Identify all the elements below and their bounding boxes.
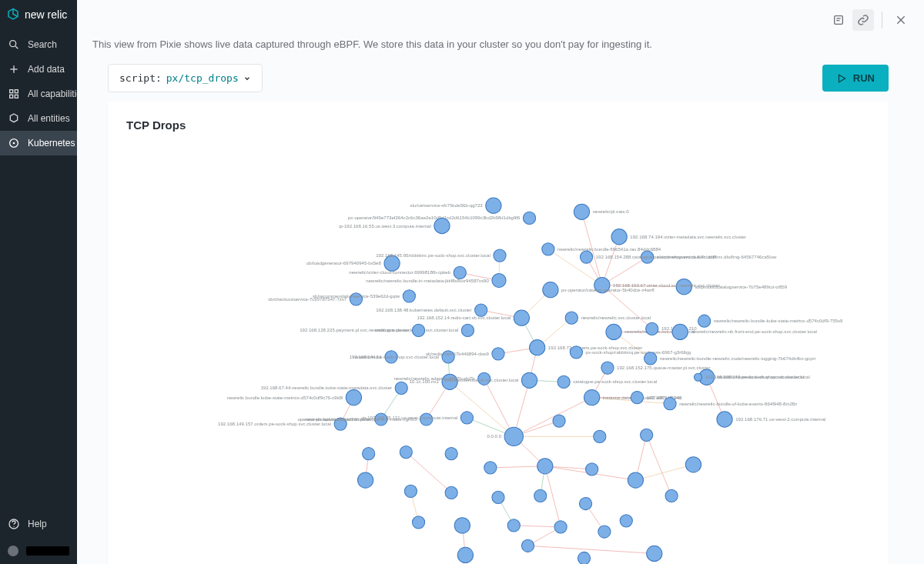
svg-point-156 xyxy=(717,412,732,427)
svg-point-86 xyxy=(698,315,711,327)
svg-point-148 xyxy=(584,389,600,405)
svg-text:newrelic/pl.nats.0: newrelic/pl.nats.0 xyxy=(593,209,630,214)
controls-row: script: px/tcp_drops RUN xyxy=(77,64,924,102)
svg-line-61 xyxy=(528,546,654,553)
close-button[interactable] xyxy=(890,9,912,31)
svg-line-39 xyxy=(545,466,561,527)
svg-point-132 xyxy=(644,352,657,365)
main-content: This view from Pixie shows live data cap… xyxy=(77,0,924,564)
sidebar-item-label: All entities xyxy=(28,113,70,124)
svg-text:slu/cartservice-sfc79cde56b-qg: slu/cartservice-sfc79cde56b-qg723 xyxy=(410,202,483,208)
svg-point-118 xyxy=(412,324,424,336)
svg-point-0 xyxy=(10,41,16,47)
svg-point-150 xyxy=(631,392,643,404)
svg-text:192.168.112.148: 192.168.112.148 xyxy=(647,395,682,400)
sidebar-bottom: Help xyxy=(0,510,77,564)
sidebar-item-search[interactable]: Search xyxy=(0,32,77,57)
svg-point-108 xyxy=(565,312,578,324)
nav-list: Search Add data All capabilities All ent… xyxy=(0,32,77,510)
tcp-drops-graph[interactable]: slu/cartservice-sfc79cde56b-qg723px-oper… xyxy=(108,140,889,564)
svg-point-173 xyxy=(400,446,412,458)
sidebar: new relic Search Add data All capabiliti… xyxy=(0,0,77,564)
svg-point-154 xyxy=(694,373,701,381)
svg-point-126 xyxy=(530,340,545,355)
svg-text:newrelic/newrelic-bundle-newre: newrelic/newrelic-bundle-newrelic.zode/n… xyxy=(660,355,816,361)
svg-point-185 xyxy=(579,497,591,509)
script-selector-label: script: xyxy=(119,72,162,84)
svg-point-186 xyxy=(620,515,632,527)
svg-rect-7 xyxy=(15,95,18,98)
svg-point-98 xyxy=(492,273,506,287)
notes-button[interactable] xyxy=(828,9,849,31)
sidebar-item-label: Search xyxy=(28,39,57,50)
svg-text:192.168.138.48.kubernetes.defa: 192.168.138.48.kubernetes.default.svc.cl… xyxy=(376,307,471,312)
svg-point-78 xyxy=(434,218,450,233)
sidebar-item-all-capabilities[interactable]: All capabilities xyxy=(0,82,77,106)
svg-point-180 xyxy=(357,472,373,488)
sidebar-item-all-entities[interactable]: All entities xyxy=(0,106,77,131)
panel-title: TCP Drops xyxy=(126,118,870,132)
svg-point-175 xyxy=(484,462,497,474)
svg-point-181 xyxy=(404,485,417,497)
svg-point-169 xyxy=(594,430,606,442)
svg-line-44 xyxy=(635,465,693,480)
svg-point-195 xyxy=(647,546,662,561)
svg-text:ob/loadgenerator-697940945-bs5: ob/loadgenerator-697940945-bs5e8 xyxy=(306,260,382,265)
svg-text:checkoutservice.ob.svc.cluster: checkoutservice.ob.svc.cluster.local xyxy=(444,377,518,382)
run-button[interactable]: RUN xyxy=(822,65,889,92)
svg-text:192.168.74.194.vizier-metadata: 192.168.74.194.vizier-metadata.svc.newre… xyxy=(630,234,746,239)
svg-point-184 xyxy=(534,489,547,502)
svg-text:sb/recommendationservice-539e6: sb/recommendationservice-539e62d-gqtw xyxy=(313,293,400,299)
svg-text:newrelic.bundle.kube-state-met: newrelic.bundle.kube-state-metrics-d574c… xyxy=(227,395,343,400)
svg-point-100 xyxy=(454,266,466,279)
svg-text:192.168.154.288.catalogue.pe-s: 192.168.154.288.catalogue.pe-sock-shop.s… xyxy=(596,254,716,259)
svg-point-144 xyxy=(521,372,537,388)
svg-point-96 xyxy=(543,282,558,298)
svg-line-32 xyxy=(514,398,591,437)
svg-text:px-operator/949a773ef264c2c6c3: px-operator/949a773ef264c2c6c36ae2e10d9d… xyxy=(348,215,521,220)
svg-text:192.168.152.14.redis-cart.sb.s: 192.168.152.14.redis-cart.sb.svc.cluster… xyxy=(417,315,511,320)
svg-rect-6 xyxy=(10,95,13,98)
sidebar-item-help[interactable]: Help xyxy=(0,510,77,538)
sidebar-item-kubernetes[interactable]: Kubernetes xyxy=(0,131,77,155)
svg-point-72 xyxy=(574,204,589,219)
svg-point-176 xyxy=(537,459,553,474)
sidebar-item-label: Add data xyxy=(28,64,65,75)
sidebar-item-label: All capabilities xyxy=(28,88,77,99)
svg-point-11 xyxy=(13,526,14,527)
notes-icon xyxy=(832,14,845,26)
svg-line-67 xyxy=(647,435,671,496)
grid-icon xyxy=(8,88,20,100)
svg-point-174 xyxy=(445,448,457,460)
svg-text:newrelic/newrelic-bundle-fl965: newrelic/newrelic-bundle-fl96541a.rau.84… xyxy=(557,246,661,252)
svg-text:newrelic/newrelic-nb.front-end: newrelic/newrelic-nb.front-end.pe-sock-s… xyxy=(691,329,817,334)
sidebar-item-user[interactable] xyxy=(0,538,77,564)
page-description: This view from Pixie shows live data cap… xyxy=(77,31,924,64)
sidebar-item-label: Kubernetes xyxy=(28,138,75,149)
sidebar-item-add-data[interactable]: Add data xyxy=(0,57,77,82)
svg-point-172 xyxy=(363,448,375,460)
svg-text:192.168.176.71.us-west-2.compu: 192.168.176.71.us-west-2.compute.interna… xyxy=(735,416,825,422)
hexagon-icon xyxy=(8,112,20,125)
brand-logo[interactable]: new relic xyxy=(0,0,77,29)
svg-point-168 xyxy=(553,415,565,427)
svg-point-112 xyxy=(646,322,658,335)
topbar xyxy=(77,0,924,31)
svg-point-187 xyxy=(412,516,424,529)
svg-text:ob/redis-cart-67b446894-ckw9: ob/redis-cart-67b446894-ckw9 xyxy=(426,351,490,356)
svg-point-138 xyxy=(395,382,407,394)
svg-text:192.168.128.225.payment.pl.svc: 192.168.128.225.payment.pl.svc.newrelic.… xyxy=(300,327,409,332)
svg-text:192.168.228.142.pe-sock-shop.s: 192.168.228.142.pe-sock-shop.svc.cluster… xyxy=(705,374,804,379)
svg-point-128 xyxy=(570,346,582,359)
svg-text:px-operator/catalog-operator-5: px-operator/catalog-operator-5b40dce-z4w… xyxy=(561,287,654,292)
svg-point-92 xyxy=(580,251,592,263)
permalink-button[interactable] xyxy=(852,9,874,31)
svg-point-177 xyxy=(586,463,598,476)
play-icon xyxy=(836,73,847,84)
svg-text:0.0.0.0: 0.0.0.0 xyxy=(487,433,501,439)
svg-point-183 xyxy=(492,491,504,503)
script-selector[interactable]: script: px/tcp_drops xyxy=(108,64,263,92)
svg-text:ip-192.168.16.55.us.west.3.com: ip-192.168.16.55.us.west.3.compute.inter… xyxy=(339,223,431,229)
svg-point-191 xyxy=(598,526,611,538)
kubernetes-icon xyxy=(8,137,20,149)
